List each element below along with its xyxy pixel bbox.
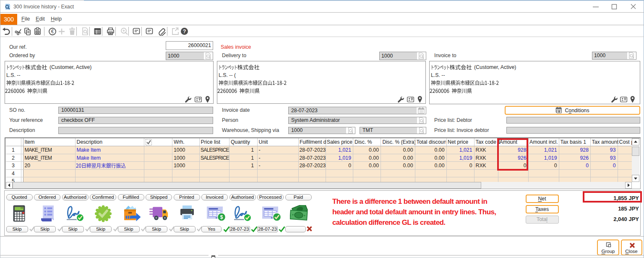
svg-text:?: ? [183,29,186,34]
svg-text:$: $ [220,214,223,220]
svg-text:€: € [51,29,54,34]
